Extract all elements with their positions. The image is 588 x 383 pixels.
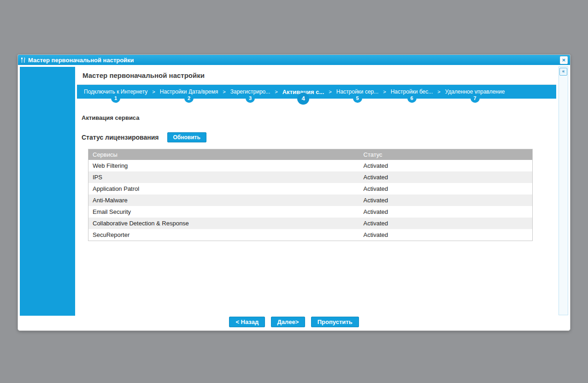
wizard-content: Активация сервиса Статус лицензирования … <box>77 114 556 241</box>
service-status-cell: Activated <box>359 229 533 241</box>
step-number-badge: 4 <box>297 93 309 105</box>
service-status-cell: Activated <box>359 171 533 183</box>
back-button[interactable]: < Назад <box>229 317 265 327</box>
chevron-right-icon: > <box>329 89 331 94</box>
license-status-heading: Статус лицензирования <box>82 134 159 141</box>
wizard-utensils-icon <box>20 57 26 63</box>
step-service-settings[interactable]: Настройки сер... 5 <box>332 85 383 99</box>
step-date-time[interactable]: Настройки Дата/время 2 <box>156 85 223 99</box>
chevron-right-icon: > <box>223 89 225 94</box>
column-header-status: Статус <box>359 149 533 160</box>
window-body: « Мастер первоначальной настройки Подклю… <box>18 65 570 330</box>
step-number-badge: 1 <box>111 94 120 103</box>
skip-button[interactable]: Пропустить <box>311 317 359 327</box>
wizard-window: Мастер первоначальной настройки ✕ « Маст… <box>18 54 570 331</box>
table-row: Web Filtering Activated <box>88 160 533 171</box>
wizard-main: Мастер первоначальной настройки Подключи… <box>77 65 556 241</box>
step-number-badge: 2 <box>184 94 194 103</box>
next-button[interactable]: Далее> <box>271 317 306 327</box>
close-icon[interactable]: ✕ <box>560 56 568 64</box>
step-number-badge: 5 <box>353 94 362 103</box>
step-number-badge: 7 <box>470 94 480 103</box>
service-name-cell: Anti-Malware <box>88 194 359 206</box>
service-name-cell: Collaborative Detection & Response <box>88 218 359 229</box>
step-remote-management[interactable]: Удаленное управление 7 <box>441 85 509 99</box>
chevron-right-icon: > <box>383 89 386 94</box>
service-name-cell: IPS <box>88 171 359 183</box>
section-heading: Активация сервиса <box>82 114 556 121</box>
chevron-right-icon: > <box>275 89 277 94</box>
service-name-cell: Application Patrol <box>88 183 359 194</box>
table-row: IPS Activated <box>88 171 533 183</box>
service-name-cell: Web Filtering <box>88 160 359 171</box>
desktop-background: { "window": { "title": "Мастер первонача… <box>0 0 588 383</box>
license-status-table: Сервисы Статус Web Filtering Activated I… <box>88 149 533 241</box>
chevron-right-icon: > <box>437 89 440 94</box>
table-row: Anti-Malware Activated <box>88 194 533 206</box>
window-title: Мастер первоначальной настройки <box>28 57 558 64</box>
refresh-button[interactable]: Обновить <box>167 132 206 142</box>
page-title: Мастер первоначальной настройки <box>77 65 556 85</box>
step-number-badge: 6 <box>407 94 417 103</box>
service-status-cell: Activated <box>359 218 533 229</box>
step-registration[interactable]: Зарегистриро... 3 <box>226 85 275 99</box>
wizard-step-bar: Подключить к Интернету 1 > Настройки Дат… <box>77 85 556 99</box>
wizard-footer: < Назад Далее> Пропустить <box>18 317 570 327</box>
table-row: Email Security Activated <box>88 206 533 218</box>
column-header-services: Сервисы <box>88 149 359 160</box>
table-row: SecuReporter Activated <box>88 229 533 241</box>
window-titlebar: Мастер первоначальной настройки ✕ <box>18 55 570 65</box>
service-status-cell: Activated <box>359 183 533 194</box>
step-connect-internet[interactable]: Подключить к Интернету 1 <box>80 85 152 99</box>
collapse-panel: « <box>559 66 568 315</box>
collapse-button[interactable]: « <box>559 68 567 76</box>
table-row: Application Patrol Activated <box>88 183 533 194</box>
service-name-cell: Email Security <box>88 206 359 218</box>
table-row: Collaborative Detection & Response Activ… <box>88 218 533 229</box>
step-wireless-settings[interactable]: Настройки бес... 6 <box>387 85 437 99</box>
license-status-row: Статус лицензирования Обновить <box>82 132 556 142</box>
step-service-activation[interactable]: Активация с... 4 <box>278 85 329 99</box>
chevron-right-icon: > <box>152 89 155 94</box>
service-status-cell: Activated <box>359 160 533 171</box>
step-number-badge: 3 <box>246 94 255 103</box>
service-status-cell: Activated <box>359 194 533 206</box>
table-header-row: Сервисы Статус <box>88 149 533 160</box>
service-status-cell: Activated <box>359 206 533 218</box>
service-name-cell: SecuReporter <box>88 229 359 241</box>
wizard-sidebar <box>20 67 75 316</box>
